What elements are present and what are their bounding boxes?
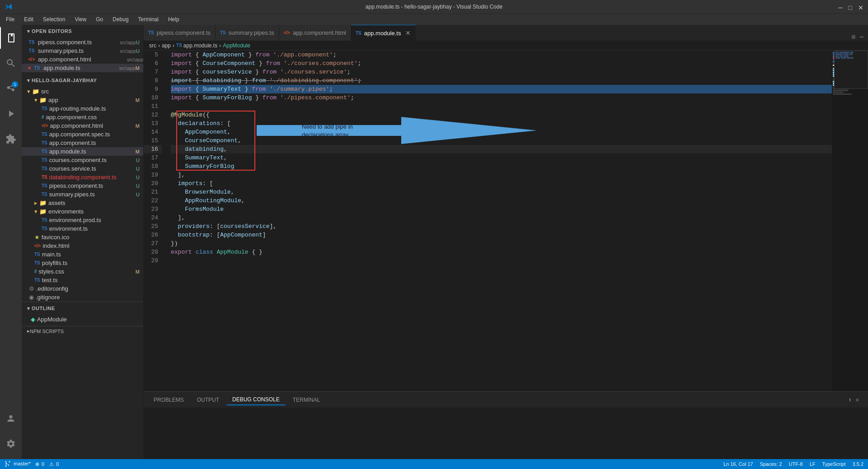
file-index-html-label: index.html	[42, 242, 143, 249]
more-actions-icon[interactable]: ⋯	[860, 33, 863, 41]
status-errors[interactable]: ⊗ 0 ⚠ 0	[35, 461, 59, 467]
file-app-routing[interactable]: TS app-routing.module.ts	[22, 104, 143, 113]
file-index-html[interactable]: </> index.html	[22, 241, 143, 250]
tab-app-html[interactable]: </> app.component.html	[279, 25, 351, 41]
npm-scripts[interactable]: ▸ NPM SCRIPTS	[22, 326, 143, 336]
file-app-html[interactable]: </> app.component.html M	[22, 121, 143, 130]
code-content[interactable]: import { AppComponent } from './app.comp…	[166, 51, 832, 391]
close-button[interactable]: ✕	[858, 4, 863, 9]
file-databinding[interactable]: TS databinding.component.ts U	[22, 173, 143, 181]
breadcrumb-class[interactable]: AppModule	[223, 42, 250, 49]
activity-source-control[interactable]: 1	[0, 78, 22, 99]
menu-terminal[interactable]: Terminal	[135, 15, 162, 23]
code-line-29	[171, 256, 832, 265]
open-editor-app-module[interactable]: ✕ TS app.module.ts src\app M	[22, 64, 143, 72]
menu-go[interactable]: Go	[92, 15, 107, 23]
file-styles-label: styles.css	[39, 268, 136, 275]
activity-extensions[interactable]	[0, 128, 22, 150]
menu-edit[interactable]: Edit	[20, 15, 37, 23]
code-line-12: @NgModule({	[171, 111, 832, 119]
file-main-label: main.ts	[42, 251, 143, 258]
panel-maximize-icon[interactable]: ⬆	[848, 396, 852, 404]
breadcrumb-file[interactable]: app.module.ts	[183, 42, 217, 49]
open-editor-summary-path: src\app	[120, 48, 136, 54]
title-bar-controls[interactable]: ─ □ ✕	[838, 4, 863, 9]
status-encoding[interactable]: UTF-8	[789, 461, 803, 467]
menu-selection[interactable]: Selection	[39, 15, 69, 23]
activity-settings[interactable]	[0, 433, 22, 455]
file-test[interactable]: TS test.ts	[22, 276, 143, 284]
activity-run[interactable]	[0, 103, 22, 125]
tab-app-module[interactable]: TS app.module.ts ✕	[351, 25, 416, 41]
folder-environments[interactable]: ▾ 📁 environments	[22, 207, 143, 216]
file-app-module[interactable]: TS app.module.ts M	[22, 147, 143, 156]
ts-icon: TS	[42, 106, 47, 111]
minimize-button[interactable]: ─	[838, 4, 844, 9]
file-env[interactable]: TS environment.ts	[22, 224, 143, 233]
outline-header[interactable]: ▾ OUTLINE	[22, 302, 143, 315]
tab-pipess[interactable]: TS pipess.component.ts	[144, 25, 216, 41]
tab-summary-pipes[interactable]: TS summary.pipes.ts	[216, 25, 279, 41]
code-line-21: BrowserModule,	[171, 188, 832, 196]
status-spaces[interactable]: Spaces: 2	[760, 461, 782, 467]
file-env-prod[interactable]: TS environment.prod.ts	[22, 216, 143, 224]
activity-explorer[interactable]	[0, 27, 22, 49]
breadcrumb-src[interactable]: src	[149, 42, 156, 49]
file-app-component[interactable]: TS app.component.ts	[22, 139, 143, 147]
file-app-spec-label: app.component.spec.ts	[49, 131, 143, 138]
maximize-button[interactable]: □	[848, 4, 854, 9]
folder-assets[interactable]: ▸ 📁 assets	[22, 199, 143, 207]
file-styles[interactable]: # styles.css M	[22, 267, 143, 276]
file-pipess-badge: U	[136, 183, 143, 189]
file-courses-service[interactable]: TS courses.service.ts U	[22, 164, 143, 173]
folder-src[interactable]: ▾ 📁 src	[22, 87, 143, 96]
activity-search[interactable]	[0, 52, 22, 74]
panel-minimize-icon[interactable]: ✕	[855, 396, 859, 404]
status-language[interactable]: TypeScript	[822, 461, 846, 467]
outline-appmodule[interactable]: ◆ AppModule	[22, 315, 143, 324]
project-header[interactable]: ▾ HELLO-SAGAR-JAYBHAY	[22, 74, 143, 87]
close-icon[interactable]: ✕	[27, 65, 32, 71]
file-favicon[interactable]: ★ favicon.ico	[22, 233, 143, 241]
activity-bottom	[0, 408, 22, 459]
ts-file-icon: TS	[27, 48, 36, 53]
file-app-css[interactable]: # app.component.css	[22, 113, 143, 121]
panel-tab-problems[interactable]: PROBLEMS	[148, 395, 189, 405]
panel-tab-terminal[interactable]: TERMINAL	[287, 395, 326, 405]
menu-help[interactable]: Help	[164, 15, 183, 23]
folder-app[interactable]: ▾ 📁 app M	[22, 96, 143, 104]
status-line-ending[interactable]: LF	[810, 461, 816, 467]
open-editors-header[interactable]: ▾ OPEN EDITORS	[22, 25, 143, 38]
file-summary-pipes-label: summary.pipes.ts	[49, 191, 136, 198]
panel-tab-debug-console[interactable]: DEBUG CONSOLE	[227, 395, 285, 405]
menu-view[interactable]: View	[71, 15, 90, 23]
status-position[interactable]: Ln 16, Col 17	[723, 461, 753, 467]
tab-close-button[interactable]: ✕	[405, 29, 411, 37]
panel-content[interactable]	[144, 408, 868, 459]
file-pipess[interactable]: TS pipess.component.ts U	[22, 181, 143, 190]
menu-file[interactable]: File	[2, 15, 18, 23]
folder-icon: 📁	[32, 88, 39, 95]
open-editor-pipess[interactable]: TS pipess.component.ts src\app U	[22, 38, 143, 46]
file-app-spec[interactable]: TS app.component.spec.ts	[22, 130, 143, 139]
split-editor-icon[interactable]: ⊡	[852, 33, 855, 41]
file-editorconfig[interactable]: ⚙ .editorconfig	[22, 284, 143, 293]
file-courses-component[interactable]: TS courses.component.ts U	[22, 156, 143, 164]
activity-accounts[interactable]	[0, 408, 22, 429]
open-editor-summary-pipes[interactable]: TS summary.pipes.ts src\app U	[22, 46, 143, 55]
line-num-11: 11	[144, 102, 162, 111]
file-summary-pipes[interactable]: TS summary.pipes.ts U	[22, 190, 143, 199]
code-line-14: AppComponent,	[171, 128, 832, 136]
file-polyfills[interactable]: TS polyfills.ts	[22, 259, 143, 267]
css-icon: #	[42, 115, 44, 120]
panel-tab-output[interactable]: OUTPUT	[192, 395, 225, 405]
status-branch[interactable]: master*	[5, 461, 31, 467]
file-gitignore[interactable]: ◉ .gitignore	[22, 293, 143, 302]
file-main[interactable]: TS main.ts	[22, 250, 143, 259]
open-editor-app-html[interactable]: </> app.component.html src\app	[22, 55, 143, 64]
code-editor[interactable]: 5 6 7 8 9 10 11 12 13 14 15 16 17 18 19 …	[144, 51, 868, 391]
tab-ts-icon: TS	[148, 30, 154, 35]
menu-debug[interactable]: Debug	[109, 15, 132, 23]
status-version[interactable]: 3.5.2	[853, 461, 863, 467]
breadcrumb-app[interactable]: app	[162, 42, 171, 49]
